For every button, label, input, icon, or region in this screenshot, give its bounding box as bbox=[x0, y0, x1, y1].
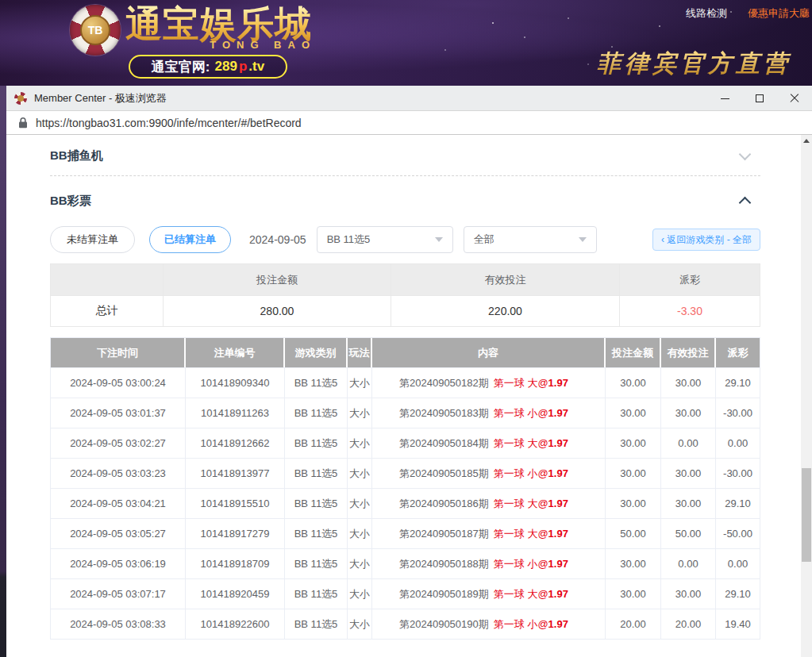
header-game-type: 游戏类别 bbox=[285, 338, 348, 367]
cell-bet-id: 101418922600 bbox=[186, 609, 285, 639]
cell-game-type: BB 11选5 bbox=[285, 489, 348, 518]
cell-bet-id: 101418920459 bbox=[186, 579, 285, 609]
caret-down-icon bbox=[579, 237, 587, 242]
bet-record-table: 下注时间 注单编号 游戏类别 玩法 内容 投注金额 有效投注 派彩 2024-0… bbox=[50, 337, 760, 640]
summary-total-row: 总计 280.00 220.00 -3.30 bbox=[51, 295, 760, 326]
maximize-button[interactable] bbox=[742, 86, 777, 111]
bet-period: 第202409050189期 bbox=[399, 587, 489, 601]
summary-header-valid: 有效投注 bbox=[391, 264, 620, 295]
bet-pick: 第一球 小@1.97 bbox=[494, 467, 568, 481]
close-button[interactable] bbox=[777, 86, 812, 111]
bet-period: 第202409050184期 bbox=[399, 436, 489, 451]
cell-bet-id: 101418918709 bbox=[186, 549, 285, 578]
cell-play-type: 大小 bbox=[348, 519, 372, 548]
promo-apply-link[interactable]: 優惠申請大廳 bbox=[748, 6, 810, 21]
summary-header-bet: 投注金额 bbox=[164, 264, 391, 295]
table-row: 2024-09-05 03:03:23101418913977BB 11选5大小… bbox=[51, 458, 760, 488]
table-row: 2024-09-05 03:01:37101418911263BB 11选5大小… bbox=[51, 398, 760, 428]
cell-bet-time: 2024-09-05 03:06:19 bbox=[51, 549, 186, 578]
cell-play-type: 大小 bbox=[348, 428, 372, 458]
scrollbar-thumb[interactable] bbox=[802, 468, 811, 562]
cell-play-type: 大小 bbox=[348, 609, 372, 639]
chevron-down-icon[interactable] bbox=[739, 148, 752, 160]
poker-chip-logo: TB bbox=[70, 5, 121, 56]
section-fishing[interactable]: BB捕鱼机 bbox=[50, 135, 760, 176]
cell-content: 第202409050188期第一球 小@1.97 bbox=[372, 549, 606, 578]
url-text[interactable]: https://tongbao31.com:9900/infe/mcenter/… bbox=[36, 117, 302, 129]
vertical-scrollbar[interactable] bbox=[801, 135, 812, 657]
bet-odds: 1.97 bbox=[548, 498, 568, 509]
table-row: 2024-09-05 03:02:27101418912662BB 11选5大小… bbox=[51, 428, 760, 458]
cell-game-type: BB 11选5 bbox=[285, 579, 348, 609]
cell-content: 第202409050187期第一球 大@1.97 bbox=[372, 519, 606, 548]
bet-odds: 1.97 bbox=[548, 558, 568, 570]
summary-valid-value: 220.00 bbox=[391, 296, 620, 326]
page-content: BB捕鱼机 BB彩票 未结算注单 已结算注单 2024-09-05 BB 11选… bbox=[6, 135, 812, 657]
bet-pick: 第一球 大@1.97 bbox=[494, 436, 568, 451]
back-to-game-category-button[interactable]: ‹ 返回游戏类别 - 全部 bbox=[652, 229, 760, 251]
line-check-link[interactable]: 线路检测 bbox=[686, 6, 727, 21]
game-select-value: BB 11选5 bbox=[327, 232, 371, 247]
date-value[interactable]: 2024-09-05 bbox=[249, 233, 306, 246]
cell-payout: 29.10 bbox=[716, 368, 760, 398]
cell-bet-id: 101418912662 bbox=[186, 428, 285, 458]
cell-bet-amount: 30.00 bbox=[606, 549, 661, 578]
bet-period: 第202409050185期 bbox=[399, 467, 489, 481]
header-payout: 派彩 bbox=[716, 338, 760, 367]
cell-payout: -30.00 bbox=[716, 459, 760, 488]
summary-payout-value: -3.30 bbox=[620, 296, 760, 326]
table-row: 2024-09-05 03:07:17101418920459BB 11选5大小… bbox=[51, 578, 760, 609]
minimize-button[interactable] bbox=[707, 86, 742, 111]
cell-payout: -30.00 bbox=[716, 398, 760, 428]
header-valid-bet: 有效投注 bbox=[661, 338, 716, 367]
cell-payout: 0.00 bbox=[716, 428, 760, 458]
caret-down-icon bbox=[435, 237, 443, 242]
settled-bets-button[interactable]: 已结算注单 bbox=[149, 226, 231, 253]
cell-game-type: BB 11选5 bbox=[285, 428, 348, 458]
section-fishing-title: BB捕鱼机 bbox=[50, 148, 103, 163]
window-titlebar: Member Center - 极速浏览器 bbox=[6, 86, 812, 111]
bet-odds: 1.97 bbox=[548, 407, 568, 419]
summary-table: 投注金额 有效投注 派彩 总计 280.00 220.00 -3.30 bbox=[50, 263, 760, 327]
filter-bar: 未结算注单 已结算注单 2024-09-05 BB 11选5 全部 ‹ 返回游戏… bbox=[50, 225, 760, 254]
bet-period: 第202409050188期 bbox=[399, 557, 489, 571]
cell-bet-amount: 30.00 bbox=[606, 428, 661, 458]
window-title: Member Center - 极速浏览器 bbox=[34, 91, 167, 106]
bet-pick: 第一球 大@1.97 bbox=[494, 376, 568, 390]
poker-chip-logo-text: TB bbox=[80, 15, 110, 45]
cell-valid-bet: 20.00 bbox=[661, 609, 716, 639]
game-select[interactable]: BB 11选5 bbox=[317, 226, 453, 253]
bet-odds: 1.97 bbox=[548, 618, 568, 630]
cell-content: 第202409050183期第一球 小@1.97 bbox=[372, 398, 606, 428]
official-site-tv: .tv bbox=[248, 59, 264, 75]
summary-bet-value: 280.00 bbox=[164, 296, 391, 326]
lock-icon bbox=[18, 117, 28, 129]
official-site-label: 通宝官网: bbox=[152, 58, 210, 76]
minimize-icon bbox=[721, 98, 729, 99]
bet-pick: 第一球 大@1.97 bbox=[494, 497, 568, 511]
maximize-icon bbox=[756, 94, 764, 102]
official-site-pill: 通宝官网: 289 p .tv bbox=[129, 55, 287, 79]
cell-game-type: BB 11选5 bbox=[285, 549, 348, 578]
section-lottery[interactable]: BB彩票 bbox=[50, 187, 760, 214]
summary-header-payout: 派彩 bbox=[620, 264, 760, 295]
bet-pick: 第一球 大@1.97 bbox=[494, 527, 568, 541]
cell-game-type: BB 11选5 bbox=[285, 519, 348, 548]
chevron-up-icon[interactable] bbox=[739, 197, 752, 209]
scope-select[interactable]: 全部 bbox=[464, 226, 597, 253]
bet-period: 第202409050190期 bbox=[399, 617, 489, 632]
cell-bet-time: 2024-09-05 03:07:17 bbox=[51, 579, 186, 609]
browser-window: Member Center - 极速浏览器 https://tongbao31.… bbox=[6, 86, 812, 657]
cell-play-type: 大小 bbox=[348, 579, 372, 609]
cell-bet-time: 2024-09-05 03:00:24 bbox=[51, 368, 186, 398]
cell-play-type: 大小 bbox=[348, 489, 372, 518]
bet-odds: 1.97 bbox=[548, 467, 568, 479]
cell-bet-amount: 50.00 bbox=[606, 519, 661, 548]
cell-bet-time: 2024-09-05 03:01:37 bbox=[51, 398, 186, 428]
page-background-strip bbox=[0, 86, 6, 657]
url-bar[interactable]: https://tongbao31.com:9900/infe/mcenter/… bbox=[6, 111, 812, 135]
bet-pick: 第一球 大@1.97 bbox=[494, 587, 568, 601]
cell-payout: -50.00 bbox=[716, 519, 760, 548]
scroll-up-arrow-icon[interactable] bbox=[803, 139, 810, 143]
unsettled-bets-button[interactable]: 未结算注单 bbox=[50, 226, 135, 253]
